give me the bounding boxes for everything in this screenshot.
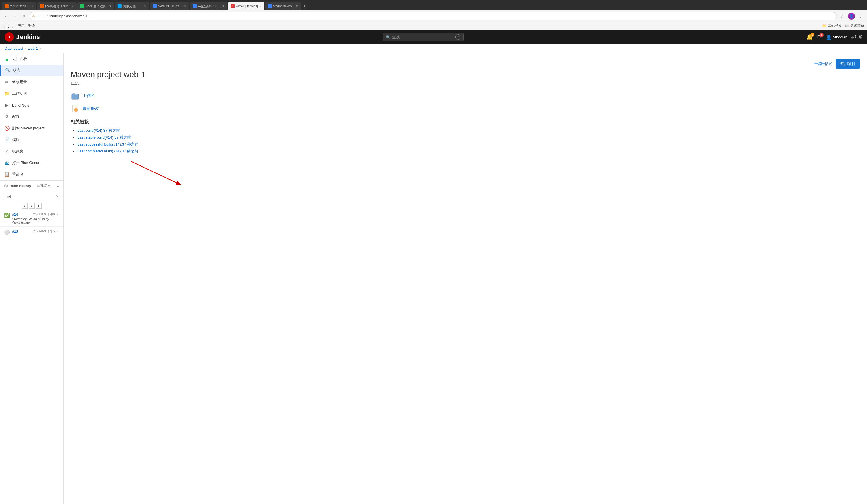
sidebar-item-modules[interactable]: 📄 模块	[0, 134, 63, 145]
tab-3[interactable]: Shell 基本运算.. ✕	[77, 2, 114, 10]
related-link-item-2: Last successful build(#14),37 秒之前	[77, 142, 860, 147]
tab-close-4[interactable]: ✕	[144, 4, 147, 8]
sidebar-label-favorites: 收藏夹	[12, 149, 23, 154]
related-link-item-1: Last stable build(#14),37 秒之前	[77, 135, 860, 140]
build-history-gear-icon: ⚙	[4, 184, 8, 188]
tab-close-5[interactable]: ✕	[184, 4, 186, 8]
sidebar-item-rename[interactable]: 📋 重命名	[0, 169, 63, 180]
build-nav-up-btn[interactable]: ▲	[22, 203, 28, 209]
breadcrumb-dashboard[interactable]: Dashboard	[4, 46, 23, 51]
sidebar-item-blue-ocean[interactable]: 🌊 打开 Blue Ocean	[0, 157, 63, 169]
apps-icon: ⋮⋮⋮	[3, 24, 14, 28]
project-links: 工作区 最新修改	[71, 91, 860, 113]
tab-close-3[interactable]: ✕	[109, 4, 111, 8]
related-link-1[interactable]: Last stable build(#14),37 秒之前	[77, 135, 131, 140]
sidebar-label-modules: 模块	[12, 137, 20, 142]
build-history-collapse-icon[interactable]: ∧	[57, 184, 59, 188]
tab-2[interactable]: (24条消息) linux... ✕	[37, 2, 77, 10]
sidebar-item-changes[interactable]: ✏ 修改记录	[0, 76, 63, 88]
build-history-subtitle: 构建历史	[37, 183, 51, 188]
build-history-header: ⚙ Build History 构建历史 ∧	[0, 180, 63, 191]
new-tab-button[interactable]: +	[301, 3, 308, 9]
workspace-link-icon	[71, 91, 80, 100]
related-link-0[interactable]: Last build(#14),37 秒之前	[77, 128, 120, 133]
header-search: 🔍 ?	[44, 33, 802, 41]
notification-count: 1	[810, 33, 814, 37]
sidebar-item-build-now[interactable]: ▶ Build Now	[0, 99, 63, 111]
related-link-2[interactable]: Last successful build(#14),37 秒之前	[77, 142, 138, 146]
search-icon: 🔍	[386, 35, 390, 39]
tab-7[interactable]: J web-1 [Jenkins] ✕	[228, 2, 264, 10]
forward-button[interactable]: →	[12, 13, 19, 20]
sidebar: ▲ 返回面板 🔍 状态 ✏ 修改记录 📁 工作空间 ▶ Build Now ⚙	[0, 53, 64, 504]
security-button[interactable]: 🛡 1	[817, 34, 822, 40]
build-nav-up2-btn[interactable]: ▲	[29, 203, 35, 209]
tab-close-1[interactable]: ✕	[31, 4, 33, 8]
browser-controls: ← → ↻ ⚠ 10.0.0.21:8080/jenkins/job/web-1…	[0, 10, 867, 22]
project-title: Maven project web-1	[71, 70, 860, 79]
jenkins-header: J Jenkins 🔍 ? 🔔 1 🛡 1 👤 xingdian	[0, 30, 867, 44]
build-item-row-14: #14 2021-8-9 下午6:08	[12, 212, 59, 217]
address-bar[interactable]: ⚠ 10.0.0.21:8080/jenkins/job/web-1/	[29, 12, 837, 20]
sidebar-item-configure[interactable]: ⚙ 配置	[0, 111, 63, 122]
profile-button[interactable]: 👤	[848, 13, 855, 20]
jenkins-app: J Jenkins 🔍 ? 🔔 1 🛡 1 👤 xingdian	[0, 30, 867, 504]
bookmark-apps[interactable]: 应用	[18, 23, 24, 28]
workspace-link[interactable]: 工作区	[83, 93, 95, 98]
related-link-item-3: Last completed build(#14),37 秒之前	[77, 149, 860, 154]
bookmark-other[interactable]: 📁 其他书签	[822, 23, 841, 28]
sidebar-item-back[interactable]: ▲ 返回面板	[0, 53, 63, 65]
back-button[interactable]: ←	[3, 13, 10, 20]
user-icon: 👤	[826, 34, 832, 40]
tab-close-8[interactable]: ✕	[296, 4, 298, 8]
sidebar-item-favorites[interactable]: ☆ 收藏夹	[0, 145, 63, 157]
edit-description-link[interactable]: ✏编辑描述	[814, 59, 832, 69]
latest-changes-link[interactable]: 最新修改	[83, 106, 99, 111]
annotation-area	[71, 158, 860, 187]
build-item-link-14[interactable]: #14	[12, 212, 18, 217]
logout-button[interactable]: ⎋ 注销	[852, 34, 863, 40]
jenkins-logo: J Jenkins	[4, 32, 40, 42]
tab-1[interactable]: for i in seq 6... ✕	[2, 2, 36, 10]
logout-label: 注销	[855, 34, 863, 40]
tab-5[interactable]: 5-WEBHOOK%... ✕	[150, 2, 189, 10]
related-link-3[interactable]: Last completed build(#14),37 秒之前	[77, 149, 138, 153]
build-search: ✕	[3, 193, 61, 200]
rename-icon: 📋	[4, 172, 10, 177]
build-nav-down-btn[interactable]: ▼	[36, 203, 42, 209]
notifications-button[interactable]: 🔔 1	[806, 34, 813, 40]
disable-project-button[interactable]: 禁用项目	[836, 59, 860, 69]
star-button[interactable]: ☆	[839, 13, 846, 20]
latest-changes-link-item: 最新修改	[71, 104, 860, 113]
extensions-button[interactable]: ⋮	[857, 13, 864, 20]
browser-menu-icons: ☆ 👤 ⋮	[839, 13, 864, 20]
search-input[interactable]	[392, 35, 454, 39]
tab-8[interactable]: src/main/web... ✕	[265, 2, 301, 10]
tab-close-2[interactable]: ✕	[71, 4, 74, 8]
build-history-label: Build History	[10, 184, 31, 188]
tab-6[interactable]: 4-企业级CICD... ✕	[190, 2, 227, 10]
svg-rect-2	[72, 94, 78, 99]
tab-favicon-4	[118, 4, 122, 8]
main-layout: ▲ 返回面板 🔍 状态 ✏ 修改记录 📁 工作空间 ▶ Build Now ⚙	[0, 53, 867, 504]
bookmark-qianfeng[interactable]: 千锋	[28, 23, 35, 28]
tab-close-6[interactable]: ✕	[222, 4, 224, 8]
build-item-14: ✅ #14 2021-8-9 下午6:08 Started by GitLab …	[0, 210, 63, 227]
build-search-input[interactable]	[3, 193, 61, 200]
breadcrumb-web1[interactable]: web-1	[28, 46, 38, 51]
search-help-icon[interactable]: ?	[456, 34, 460, 40]
breadcrumb: Dashboard › web-1 ›	[0, 44, 867, 53]
sidebar-item-delete[interactable]: 🚫 删除 Maven project	[0, 122, 63, 134]
tab-favicon-1	[4, 4, 9, 8]
search-box[interactable]: 🔍 ?	[383, 33, 463, 41]
build-item-link-13[interactable]: #13	[12, 229, 18, 233]
reload-button[interactable]: ↻	[20, 13, 27, 20]
workspace-link-item: 工作区	[71, 91, 860, 100]
sidebar-label-configure: 配置	[12, 114, 20, 119]
tab-close-7[interactable]: ✕	[259, 4, 261, 8]
sidebar-item-workspace[interactable]: 📁 工作空间	[0, 88, 63, 99]
bookmark-reading[interactable]: 📖 阅读清单	[845, 23, 864, 28]
build-search-clear[interactable]: ✕	[56, 194, 59, 198]
tab-4[interactable]: 腾讯文档 ✕	[115, 2, 149, 10]
sidebar-item-status[interactable]: 🔍 状态	[0, 65, 63, 76]
